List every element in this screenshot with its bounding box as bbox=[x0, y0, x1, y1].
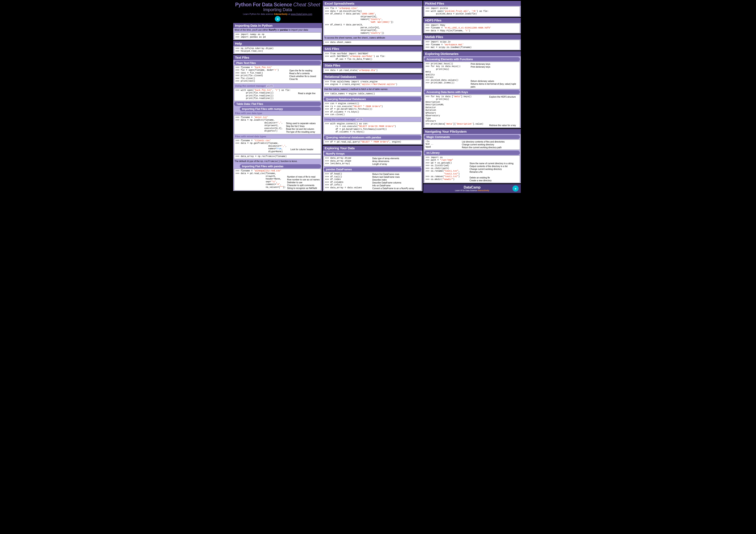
note: Most of the time, you'll use either NumP… bbox=[233, 28, 322, 32]
page-subtitle: Importing Data bbox=[233, 7, 322, 12]
tagline: Learn Python for data science Interactiv… bbox=[233, 13, 322, 15]
code-block: >>> import pickle >>> with open('pickled… bbox=[424, 6, 520, 16]
subtitle: Querying relational databases with panda… bbox=[324, 135, 421, 140]
section-matlab: Matlab Files >>> import scipy.io >>> fle… bbox=[423, 34, 521, 50]
code-block: >>> from sqlalchemy import create_engine… bbox=[324, 80, 421, 87]
code-block: >>> import h5py >>> flename = 'H-H1_LOSC… bbox=[424, 23, 520, 33]
section-hdf5: HDF5 Files >>> import h5py >>> flename =… bbox=[423, 18, 521, 34]
code-desc: Return frst DataFrame rowsReturn last Da… bbox=[371, 173, 414, 190]
section-pickle: Pickled Files >>> import pickle >>> with… bbox=[423, 1, 521, 17]
section-text-files: Text Files Plain Text Files >>> flename … bbox=[233, 55, 322, 191]
subtitle: NumPy Arrays bbox=[324, 151, 421, 156]
code-desc: Number of rows of fle to readRow number … bbox=[286, 170, 319, 190]
code-block: >>> data = pd.read_stata('urbanpop.dta') bbox=[324, 68, 421, 73]
section-title: SAS Files bbox=[323, 46, 422, 51]
section-title: Relational Databases bbox=[323, 74, 422, 79]
subtitle: Table Data: Flat Files bbox=[234, 102, 321, 106]
subtitle: Accessing Data Items with Keys bbox=[424, 90, 520, 94]
subtitle: os Library bbox=[424, 151, 520, 155]
section-explore: Exploring Your Data NumPy Arrays >>> dat… bbox=[323, 146, 422, 191]
code-block: >>> data_array.dtype >>> data_array.shap… bbox=[324, 156, 421, 166]
code-desc: Open the fle for readingRead a fle's con… bbox=[288, 67, 316, 83]
footer-title: DataCamp bbox=[423, 185, 521, 189]
section-rdb: Relational Databases >>> from sqlalchemy… bbox=[323, 74, 422, 145]
section-title: Help bbox=[233, 41, 322, 46]
section-title: HDF5 Files bbox=[423, 18, 521, 23]
section-title: Pickled Files bbox=[423, 1, 521, 6]
section-excel: Excel Spreadsheets >>> fle = 'urbanpop.x… bbox=[323, 1, 422, 45]
code-block: >>> for key in data ['meta'].keys() prin… bbox=[424, 94, 520, 128]
code-block: >>> import numpy as np >>> import pandas… bbox=[234, 32, 321, 40]
code-desc: String used to separate valuesSkip the f… bbox=[285, 116, 315, 133]
code-block: >>> flename = 'titanic.csv' >>> data = n… bbox=[234, 139, 321, 154]
caption: Using the context manager with bbox=[233, 84, 322, 88]
datacamp-icon: ◈ bbox=[275, 16, 281, 22]
datacamp-link[interactable]: www.DataCamp.com bbox=[291, 13, 312, 15]
section-title: Matlab Files bbox=[423, 34, 521, 40]
code-block: >>> import os >>> path = "/usr/tmp" >>> … bbox=[424, 155, 520, 183]
caption: Files with one data type bbox=[233, 111, 322, 115]
section-importing: Importing Data in Python Most of the tim… bbox=[233, 23, 322, 40]
section-title: Excel Spreadsheets bbox=[323, 1, 422, 6]
footer: DataCamp Learn R for Data Science Intera… bbox=[423, 184, 521, 193]
code-block: >>> con = engine.connect() >>> rs = con.… bbox=[324, 102, 421, 117]
code-desc: Look for column header bbox=[289, 140, 313, 153]
code-block: >>> fle = 'urbanpop.xlsx' >>> data = pd.… bbox=[324, 6, 421, 36]
code-block: >>> import scipy.io >>> flename = 'works… bbox=[424, 40, 520, 50]
note: To access the sheet names, use the sheet… bbox=[323, 36, 422, 40]
code-desc: Data type of array elementsArray dimensi… bbox=[371, 157, 399, 166]
code-block: >>> print(mat.keys()) >>> for key in dat… bbox=[424, 62, 520, 89]
section-title: Navigating Your FileSystem bbox=[423, 129, 521, 134]
caption: Using the context manager with bbox=[323, 118, 422, 121]
section-title: Text Files bbox=[233, 55, 322, 60]
note: Use the table_names() method to fetch a … bbox=[323, 87, 422, 91]
subtitle: Importing Flat Files with numpy bbox=[240, 107, 321, 111]
code-block: >>> flename = 'winequality-red.csv' >>> … bbox=[234, 169, 321, 191]
section-help: Help >>> np.info(np.ndarray.dtype) >>> h… bbox=[233, 41, 322, 54]
code-desc: Store the name of current directory in a… bbox=[468, 156, 514, 182]
code-block: >>> with open('huck_fnn.txt', 'r') as fl… bbox=[234, 88, 321, 101]
subtitle: Querying Relational Databases bbox=[324, 97, 421, 101]
code-block: >>> flename = 'mnist.txt' >>> data = np.… bbox=[234, 115, 321, 134]
section-title: Exploring Your Data bbox=[323, 146, 422, 151]
code-desc: Explore the HDF5 structureRetrieve the v… bbox=[488, 95, 516, 127]
section-stata: Stata Files >>> data = pd.read_stata('ur… bbox=[323, 63, 422, 73]
section-title: Stata Files bbox=[323, 63, 422, 68]
section-title: Exploring Dictionaries bbox=[423, 51, 521, 56]
footer-tagline: Learn R for Data Science Interactively bbox=[423, 189, 521, 192]
section-dict: Exploring Dictionaries Accessing Element… bbox=[423, 51, 521, 128]
subtitle: Importing Flat Files with pandas bbox=[240, 164, 321, 168]
code-block: !ls %cd .. %pwd List directory contents … bbox=[424, 140, 520, 150]
subtitle: Plain Text Files bbox=[234, 61, 321, 65]
note: The default dtype of the np.recfromcsv()… bbox=[233, 159, 322, 163]
code-block: >>> table_names = engine.table_names() bbox=[324, 92, 421, 96]
code-block: >>> flename = 'huck_fnn.txt' >>> fle = o… bbox=[234, 66, 321, 84]
code-block: >>> from sas7bdat import SAS7BDAT >>> wi… bbox=[324, 52, 421, 62]
caption: Files with mixed data types bbox=[233, 135, 322, 138]
header: Python For Data Science Cheat Sheet Impo… bbox=[233, 1, 322, 22]
code-desc: Print dictionary keysPrint dictionary ke… bbox=[469, 63, 519, 88]
code-block: >>> data_array = np.recfromcsv(flename) bbox=[234, 154, 321, 159]
code-block: >>> data.sheet_names bbox=[324, 40, 421, 45]
code-block: >>> df = pd.read_sql_query("SELECT * FRO… bbox=[324, 140, 421, 145]
subtitle: pandas DataFrames bbox=[324, 167, 421, 172]
code-desc: List directory contents of fles and dire… bbox=[461, 140, 504, 149]
page-title: Python For Data Science Cheat Sheet bbox=[233, 2, 322, 8]
subtitle: Magic Commands bbox=[424, 135, 520, 139]
section-nav: Navigating Your FileSystem Magic Command… bbox=[423, 129, 521, 183]
code-block: >>> with engine.connect() as con: rs = c… bbox=[324, 122, 421, 134]
datacamp-icon: ◈ bbox=[512, 185, 519, 192]
section-sas: SAS Files >>> from sas7bdat import SAS7B… bbox=[323, 46, 422, 62]
code-desc: Read a single line bbox=[297, 89, 315, 100]
code-block: >>> np.info(np.ndarray.dtype) >>> help(p… bbox=[234, 46, 321, 54]
subtitle: Accessing Elements with Functions bbox=[424, 57, 520, 61]
code-block: >>> df.head() >>> df.tail() >>> df.index… bbox=[324, 172, 421, 191]
section-title: Importing Data in Python bbox=[233, 23, 322, 28]
